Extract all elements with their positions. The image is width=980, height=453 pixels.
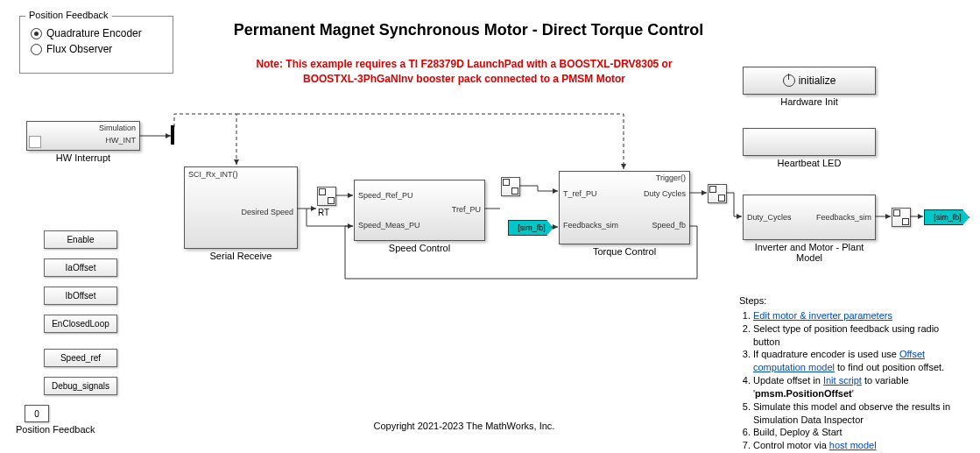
port-label: Speed_Ref_PU: [358, 191, 413, 200]
fn-label: Trigger(): [656, 173, 686, 182]
posfb-label: Position Feedback: [16, 424, 95, 435]
svg-marker-5: [311, 206, 316, 211]
panel-title: Position Feedback: [25, 10, 112, 20]
port-label: Feedbacks_sim: [563, 221, 618, 230]
speed-control-block[interactable]: Speed_Ref_PU Speed_Meas_PU Tref_PU Speed…: [354, 180, 485, 241]
power-icon: [783, 74, 795, 87]
dsm-debugsignals[interactable]: Debug_signals: [44, 377, 117, 395]
serial-receive-block[interactable]: SCI_Rx_INT() Desired Speed Serial Receiv…: [184, 166, 298, 249]
block-label: Inverter and Motor - Plant Model: [744, 242, 875, 263]
svg-marker-17: [885, 214, 891, 219]
hw-interrupt-block[interactable]: Simulation HW_INT HW Interrupt: [26, 121, 140, 151]
posfb-constant[interactable]: 0: [25, 405, 49, 422]
svg-marker-15: [737, 214, 742, 219]
goto-tag-simfb[interactable]: [sim_fb]: [924, 209, 969, 225]
svg-marker-12: [553, 224, 558, 230]
svg-marker-10: [553, 188, 558, 194]
step-4: Update offset in Init script to variable…: [753, 374, 967, 400]
block-label: Heartbeat LED: [744, 158, 875, 168]
copyright-text: Copyright 2021-2023 The MathWorks, Inc.: [333, 421, 596, 431]
fn-label: Simulation: [99, 124, 136, 132]
heartbeat-led-block[interactable]: Heartbeat LED: [743, 128, 876, 156]
rate-transition-block[interactable]: [317, 187, 336, 206]
steps-panel: Steps: Edit motor & inverter parameters …: [739, 294, 967, 453]
position-feedback-panel: Position Feedback Quadrature Encoder Flu…: [19, 16, 173, 74]
dsm-speedref[interactable]: Speed_ref: [44, 349, 117, 367]
step-3: If quadrature encoder is used use Offset…: [753, 348, 967, 374]
rate-transition-block-3[interactable]: [708, 184, 727, 203]
requirement-note: Note: This example requires a TI F28379D…: [201, 57, 727, 87]
rate-transition-block-2[interactable]: [501, 177, 520, 196]
step-2: Select type of position feedback using r…: [753, 322, 967, 349]
dsm-iboffset[interactable]: IbOffset: [44, 287, 117, 305]
svg-marker-3: [234, 159, 239, 165]
terminator-icon: [171, 125, 174, 145]
dsm-enable[interactable]: Enable: [44, 230, 117, 249]
from-tag-simfb[interactable]: [sim_fb]: [508, 220, 553, 236]
fn-label: SCI_Rx_INT(): [188, 170, 238, 179]
block-label: Torque Control: [560, 246, 689, 257]
port-label: T_ref_PU: [563, 189, 597, 198]
port-label: Speed_Meas_PU: [358, 221, 420, 230]
step-6: Build, Deploy & Start: [753, 426, 967, 439]
rt-label: RT: [318, 208, 329, 217]
radio-icon: [31, 44, 42, 55]
radio-quadrature-encoder[interactable]: Quadrature Encoder: [31, 27, 162, 39]
rate-transition-block-4[interactable]: [892, 208, 911, 227]
step-1: Edit motor & inverter parameters: [753, 309, 967, 322]
port-label: Duty_Cycles: [747, 213, 792, 222]
link-host-model[interactable]: host model: [829, 440, 877, 450]
link-edit-params[interactable]: Edit motor & inverter parameters: [753, 310, 892, 321]
svg-marker-8: [348, 193, 353, 198]
link-init-script[interactable]: Init script: [823, 375, 862, 386]
port-label: HW_INT: [106, 136, 137, 145]
radio-icon: [31, 28, 42, 39]
block-label: Serial Receive: [185, 251, 297, 261]
subsystem-icon: [29, 136, 41, 148]
dsm-iaoffset[interactable]: IaOffset: [44, 258, 117, 277]
step-5: Simulate this model and observe the resu…: [753, 400, 967, 427]
port-label: Tref_PU: [452, 205, 481, 214]
svg-marker-19: [918, 214, 923, 219]
hardware-init-block[interactable]: initialize Hardware Init: [743, 67, 876, 95]
block-label: HW Interrupt: [27, 152, 139, 163]
block-label: Hardware Init: [744, 96, 875, 107]
radio-flux-observer[interactable]: Flux Observer: [31, 43, 162, 55]
step-7: Control motor via host model: [753, 439, 967, 452]
plant-model-block[interactable]: Duty_Cycles Feedbacks_sim Inverter and M…: [743, 195, 876, 240]
port-label: Desired Speed: [241, 208, 293, 216]
svg-marker-2: [621, 164, 626, 169]
svg-marker-6: [348, 223, 353, 229]
torque-control-block[interactable]: Trigger() T_ref_PU Feedbacks_sim Duty Cy…: [559, 171, 690, 244]
svg-marker-14: [702, 190, 707, 195]
steps-heading: Steps:: [739, 294, 967, 308]
dsm-enclosedloop[interactable]: EnClosedLoop: [44, 315, 117, 333]
port-label: Duty Cycles: [644, 189, 686, 198]
port-label: Speed_fb: [652, 221, 686, 230]
diagram-title: Permanent Magnet Synchronous Motor - Dir…: [228, 21, 709, 39]
block-label: Speed Control: [355, 243, 484, 253]
port-label: Feedbacks_sim: [816, 213, 871, 222]
